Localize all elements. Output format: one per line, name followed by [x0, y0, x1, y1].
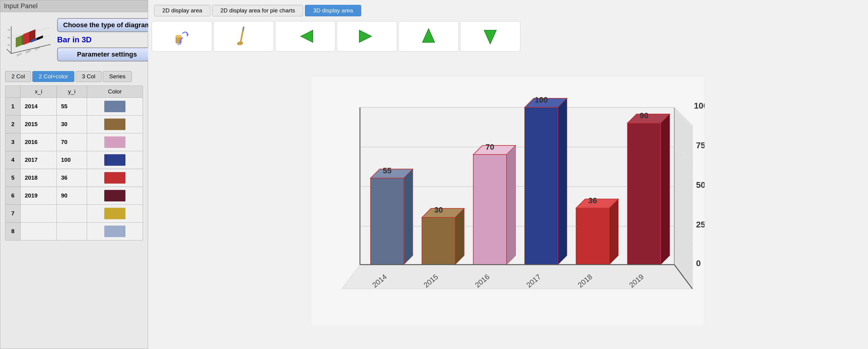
cell-y-value[interactable]: 100 — [57, 151, 87, 169]
svg-text:25: 25 — [696, 220, 705, 229]
svg-text:25: 25 — [7, 44, 10, 46]
svg-rect-51 — [371, 178, 404, 265]
svg-marker-33 — [674, 107, 692, 289]
color-swatch — [104, 101, 125, 112]
diagram-preview-area: 2014 2016 2018 25 50 75 Choose the type … — [0, 12, 148, 67]
cell-x-value[interactable]: 2019 — [21, 187, 57, 205]
data-tab-row: 2 Col 2 Col+color 3 Col Series — [0, 67, 148, 86]
table-row: 8 — [5, 223, 143, 240]
svg-text:50: 50 — [696, 180, 705, 190]
color-swatch — [104, 226, 125, 237]
cell-color[interactable] — [87, 187, 143, 205]
paste-button[interactable] — [152, 21, 212, 51]
tab-3d-display[interactable]: 3D display area — [305, 5, 361, 16]
color-swatch — [104, 119, 125, 130]
color-swatch — [104, 154, 125, 166]
data-table: x_i y_i Color 12014552201530320167042017… — [5, 86, 143, 240]
cell-y-value[interactable] — [57, 205, 87, 223]
svg-marker-70 — [609, 199, 618, 265]
cell-color[interactable] — [87, 205, 143, 223]
diagram-labels: Choose the type of diagram Bar in 3D Par… — [57, 18, 157, 61]
cell-row-num: 8 — [5, 223, 21, 240]
cell-x-value[interactable] — [21, 205, 57, 223]
broom-button[interactable] — [213, 21, 274, 51]
color-swatch — [104, 172, 125, 183]
cell-x-value[interactable]: 2018 — [21, 169, 57, 187]
panel-title: Input Panel — [0, 0, 148, 12]
cell-color[interactable] — [87, 223, 143, 240]
param-settings-button[interactable]: Parameter settings — [57, 48, 157, 61]
cell-x-value[interactable]: 2014 — [21, 98, 57, 116]
svg-rect-56 — [422, 217, 455, 265]
chart-area: 0 25 50 75 100 55 2014 — [148, 53, 868, 349]
svg-marker-60 — [506, 145, 516, 265]
right-arrow-button[interactable] — [337, 21, 397, 51]
col-header-color: Color — [87, 86, 143, 98]
svg-marker-26 — [301, 30, 313, 42]
table-row: 5201836 — [5, 169, 143, 187]
svg-text:100: 100 — [535, 95, 548, 104]
svg-marker-65 — [558, 98, 567, 265]
diagram-preview-icon: 2014 2016 2018 25 50 75 — [5, 20, 54, 60]
svg-rect-76 — [627, 123, 661, 265]
cell-y-value[interactable]: 70 — [57, 134, 87, 151]
col-header-yi: y_i — [57, 86, 87, 98]
cell-x-value[interactable]: 2017 — [21, 151, 57, 169]
table-row: 7 — [5, 205, 143, 223]
diagram-name-label: Bar in 3D — [57, 35, 157, 45]
svg-marker-28 — [423, 29, 435, 42]
cell-y-value[interactable] — [57, 223, 87, 240]
cell-row-num: 6 — [5, 187, 21, 205]
left-arrow-button[interactable] — [275, 21, 336, 51]
tab-2d-display[interactable]: 2D display area — [154, 5, 210, 16]
table-row: 42017100 — [5, 151, 143, 169]
cell-x-value[interactable]: 2016 — [21, 134, 57, 151]
cell-x-value[interactable]: 2015 — [21, 116, 57, 134]
choose-type-button[interactable]: Choose the type of diagram — [57, 18, 157, 32]
left-arrow-icon — [295, 27, 316, 46]
cell-y-value[interactable]: 36 — [57, 169, 87, 187]
up-arrow-button[interactable] — [398, 21, 459, 51]
cell-color[interactable] — [87, 116, 143, 134]
cell-color[interactable] — [87, 151, 143, 169]
table-row: 3201670 — [5, 134, 143, 151]
cell-y-value[interactable]: 30 — [57, 116, 87, 134]
cell-row-num: 2 — [5, 116, 21, 134]
cell-row-num: 5 — [5, 169, 21, 187]
tab-2col[interactable]: 2 Col — [5, 71, 31, 82]
tab-2col-color[interactable]: 2 Col+color — [32, 71, 74, 82]
cell-x-value[interactable] — [21, 223, 57, 240]
cell-y-value[interactable]: 55 — [57, 98, 87, 116]
tab-2d-pie[interactable]: 2D display area for pie charts — [212, 5, 303, 16]
cell-color[interactable] — [87, 98, 143, 116]
svg-marker-75 — [661, 114, 670, 265]
up-arrow-icon — [420, 26, 438, 47]
svg-text:70: 70 — [486, 142, 494, 151]
right-panel: 2D display area 2D display area for pie … — [148, 0, 868, 349]
cell-color[interactable] — [87, 134, 143, 151]
cell-color[interactable] — [87, 169, 143, 187]
svg-marker-50 — [404, 169, 413, 265]
svg-marker-5 — [16, 35, 22, 48]
cell-y-value[interactable]: 90 — [57, 187, 87, 205]
down-arrow-button[interactable] — [460, 21, 521, 51]
table-row: 6201990 — [5, 187, 143, 205]
bar-2017: 100 2017 — [525, 95, 567, 289]
tab-3col[interactable]: 3 Col — [75, 71, 101, 82]
table-row: 1201455 — [5, 98, 143, 116]
svg-text:75: 75 — [7, 29, 10, 31]
svg-text:75: 75 — [696, 141, 705, 150]
col-header-num — [5, 86, 21, 98]
svg-text:90: 90 — [640, 111, 649, 120]
table-row: 2201530 — [5, 116, 143, 134]
data-table-wrap: x_i y_i Color 12014552201530320167042017… — [0, 86, 148, 349]
toolbar — [148, 19, 868, 53]
left-panel: Input Panel 2014 2016 201 — [0, 0, 148, 349]
display-tabs: 2D display area 2D display area for pie … — [148, 0, 868, 19]
svg-text:36: 36 — [588, 196, 597, 205]
broom-icon — [235, 26, 253, 47]
svg-marker-27 — [359, 30, 371, 42]
cell-row-num: 7 — [5, 205, 21, 223]
color-swatch — [104, 136, 125, 148]
tab-series[interactable]: Series — [103, 71, 132, 82]
